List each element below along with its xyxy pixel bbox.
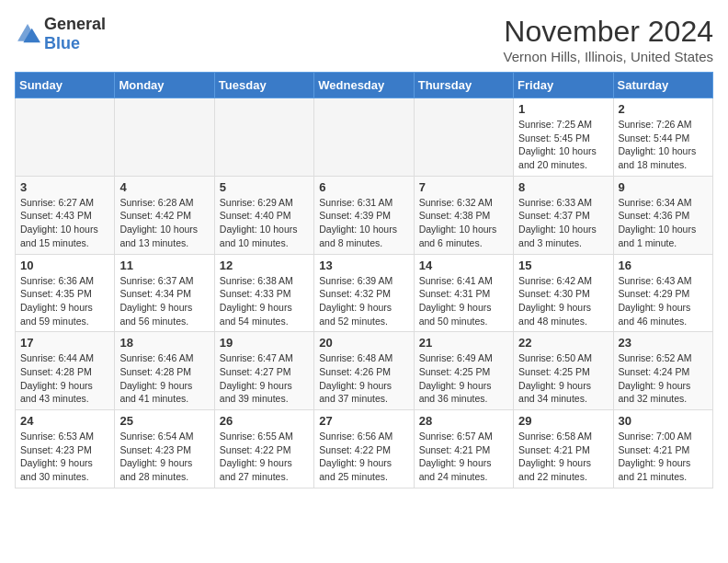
header-day-wednesday: Wednesday (314, 73, 414, 98)
calendar-cell: 16Sunrise: 6:43 AM Sunset: 4:29 PM Dayli… (613, 254, 712, 332)
calendar-table: SundayMondayTuesdayWednesdayThursdayFrid… (15, 72, 713, 488)
calendar-cell (16, 98, 115, 177)
calendar-cell: 12Sunrise: 6:38 AM Sunset: 4:33 PM Dayli… (214, 254, 313, 332)
day-info: Sunrise: 6:55 AM Sunset: 4:22 PM Dayligh… (220, 430, 309, 484)
day-info: Sunrise: 6:58 AM Sunset: 4:21 PM Dayligh… (518, 430, 608, 484)
calendar-cell (214, 98, 313, 177)
day-number: 26 (220, 414, 309, 428)
day-info: Sunrise: 7:00 AM Sunset: 4:21 PM Dayligh… (619, 430, 708, 484)
day-number: 21 (419, 336, 508, 350)
day-number: 12 (220, 259, 309, 272)
calendar-cell: 24Sunrise: 6:53 AM Sunset: 4:23 PM Dayli… (16, 410, 115, 488)
day-number: 16 (619, 259, 708, 272)
calendar-cell: 14Sunrise: 6:41 AM Sunset: 4:31 PM Dayli… (414, 254, 513, 332)
header-day-monday: Monday (115, 73, 214, 98)
calendar-cell: 26Sunrise: 6:55 AM Sunset: 4:22 PM Dayli… (214, 410, 313, 488)
day-info: Sunrise: 6:48 AM Sunset: 4:26 PM Dayligh… (319, 351, 408, 406)
day-number: 4 (119, 180, 209, 194)
calendar-cell: 21Sunrise: 6:49 AM Sunset: 4:25 PM Dayli… (414, 332, 513, 410)
calendar-cell: 7Sunrise: 6:32 AM Sunset: 4:38 PM Daylig… (414, 176, 513, 254)
day-number: 20 (319, 336, 408, 350)
calendar-cell: 29Sunrise: 6:58 AM Sunset: 4:21 PM Dayli… (514, 410, 613, 488)
calendar-week-3: 10Sunrise: 6:36 AM Sunset: 4:35 PM Dayli… (16, 254, 713, 332)
calendar-cell: 25Sunrise: 6:54 AM Sunset: 4:23 PM Dayli… (115, 410, 214, 488)
day-info: Sunrise: 6:42 AM Sunset: 4:30 PM Dayligh… (518, 274, 608, 328)
day-info: Sunrise: 6:36 AM Sunset: 4:35 PM Dayligh… (20, 274, 109, 328)
day-number: 23 (619, 336, 708, 350)
day-info: Sunrise: 6:50 AM Sunset: 4:25 PM Dayligh… (518, 351, 608, 406)
calendar-cell (115, 98, 214, 177)
header-day-friday: Friday (514, 73, 613, 98)
calendar-cell: 18Sunrise: 6:46 AM Sunset: 4:28 PM Dayli… (115, 332, 214, 410)
calendar-cell: 22Sunrise: 6:50 AM Sunset: 4:25 PM Dayli… (514, 332, 613, 410)
day-info: Sunrise: 6:33 AM Sunset: 4:37 PM Dayligh… (518, 196, 608, 250)
logo-general: General (44, 15, 106, 33)
calendar-header: SundayMondayTuesdayWednesdayThursdayFrid… (16, 73, 713, 98)
page-header: General Blue November 2024 Vernon Hills,… (15, 15, 713, 64)
header-day-saturday: Saturday (613, 73, 712, 98)
day-info: Sunrise: 6:31 AM Sunset: 4:39 PM Dayligh… (319, 196, 408, 250)
day-info: Sunrise: 7:25 AM Sunset: 5:45 PM Dayligh… (518, 118, 608, 172)
logo: General Blue (15, 15, 106, 53)
day-number: 28 (419, 414, 508, 428)
day-info: Sunrise: 6:29 AM Sunset: 4:40 PM Dayligh… (220, 196, 309, 250)
logo-blue: Blue (44, 34, 80, 52)
calendar-cell: 2Sunrise: 7:26 AM Sunset: 5:44 PM Daylig… (613, 98, 712, 177)
day-number: 9 (619, 180, 708, 194)
day-info: Sunrise: 6:34 AM Sunset: 4:36 PM Dayligh… (619, 196, 708, 250)
day-info: Sunrise: 7:26 AM Sunset: 5:44 PM Dayligh… (619, 118, 708, 172)
day-number: 3 (20, 180, 109, 194)
day-number: 14 (419, 259, 508, 272)
day-number: 29 (518, 414, 608, 428)
day-info: Sunrise: 6:54 AM Sunset: 4:23 PM Dayligh… (119, 430, 209, 484)
logo-text: General Blue (44, 15, 106, 53)
day-info: Sunrise: 6:49 AM Sunset: 4:25 PM Dayligh… (419, 351, 508, 406)
month-title: November 2024 (504, 15, 713, 49)
calendar-cell: 23Sunrise: 6:52 AM Sunset: 4:24 PM Dayli… (613, 332, 712, 410)
logo-icon (15, 21, 40, 47)
day-info: Sunrise: 6:44 AM Sunset: 4:28 PM Dayligh… (20, 351, 109, 406)
day-info: Sunrise: 6:41 AM Sunset: 4:31 PM Dayligh… (419, 274, 508, 328)
day-number: 1 (518, 102, 608, 116)
calendar-cell (314, 98, 414, 177)
calendar-cell: 30Sunrise: 7:00 AM Sunset: 4:21 PM Dayli… (613, 410, 712, 488)
location-subtitle: Vernon Hills, Illinois, United States (504, 49, 713, 64)
day-number: 2 (619, 102, 708, 116)
calendar-cell: 17Sunrise: 6:44 AM Sunset: 4:28 PM Dayli… (16, 332, 115, 410)
day-number: 6 (319, 180, 408, 194)
day-info: Sunrise: 6:57 AM Sunset: 4:21 PM Dayligh… (419, 430, 508, 484)
calendar-cell: 15Sunrise: 6:42 AM Sunset: 4:30 PM Dayli… (514, 254, 613, 332)
day-number: 17 (20, 336, 109, 350)
day-number: 30 (619, 414, 708, 428)
header-day-sunday: Sunday (16, 73, 115, 98)
calendar-cell (414, 98, 513, 177)
calendar-week-5: 24Sunrise: 6:53 AM Sunset: 4:23 PM Dayli… (16, 410, 713, 488)
day-number: 22 (518, 336, 608, 350)
calendar-cell: 20Sunrise: 6:48 AM Sunset: 4:26 PM Dayli… (314, 332, 414, 410)
day-info: Sunrise: 6:37 AM Sunset: 4:34 PM Dayligh… (119, 274, 209, 328)
calendar-cell: 5Sunrise: 6:29 AM Sunset: 4:40 PM Daylig… (214, 176, 313, 254)
header-day-tuesday: Tuesday (214, 73, 313, 98)
calendar-body: 1Sunrise: 7:25 AM Sunset: 5:45 PM Daylig… (16, 98, 713, 488)
calendar-cell: 1Sunrise: 7:25 AM Sunset: 5:45 PM Daylig… (514, 98, 613, 177)
day-number: 19 (220, 336, 309, 350)
day-number: 25 (119, 414, 209, 428)
day-number: 15 (518, 259, 608, 272)
day-number: 7 (419, 180, 508, 194)
day-info: Sunrise: 6:28 AM Sunset: 4:42 PM Dayligh… (119, 196, 209, 250)
calendar-cell: 9Sunrise: 6:34 AM Sunset: 4:36 PM Daylig… (613, 176, 712, 254)
calendar-week-2: 3Sunrise: 6:27 AM Sunset: 4:43 PM Daylig… (16, 176, 713, 254)
day-info: Sunrise: 6:46 AM Sunset: 4:28 PM Dayligh… (119, 351, 209, 406)
header-row: SundayMondayTuesdayWednesdayThursdayFrid… (16, 73, 713, 98)
day-number: 5 (220, 180, 309, 194)
day-number: 27 (319, 414, 408, 428)
day-info: Sunrise: 6:39 AM Sunset: 4:32 PM Dayligh… (319, 274, 408, 328)
calendar-cell: 19Sunrise: 6:47 AM Sunset: 4:27 PM Dayli… (214, 332, 313, 410)
day-number: 18 (119, 336, 209, 350)
calendar-cell: 6Sunrise: 6:31 AM Sunset: 4:39 PM Daylig… (314, 176, 414, 254)
day-info: Sunrise: 6:53 AM Sunset: 4:23 PM Dayligh… (20, 430, 109, 484)
calendar-cell: 13Sunrise: 6:39 AM Sunset: 4:32 PM Dayli… (314, 254, 414, 332)
day-number: 24 (20, 414, 109, 428)
calendar-week-1: 1Sunrise: 7:25 AM Sunset: 5:45 PM Daylig… (16, 98, 713, 177)
header-day-thursday: Thursday (414, 73, 513, 98)
